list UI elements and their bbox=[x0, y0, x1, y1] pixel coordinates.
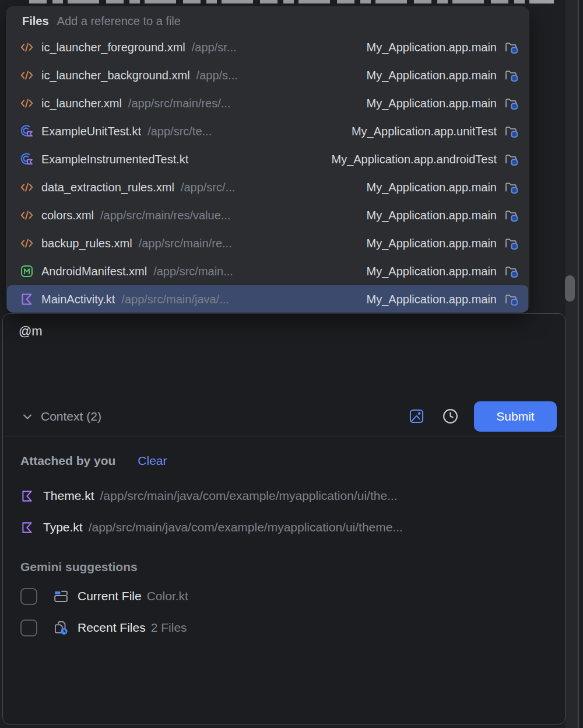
attach-image-button[interactable] bbox=[405, 405, 428, 428]
file-module: My_Application.app.main bbox=[367, 41, 497, 54]
file-type-icon bbox=[20, 124, 34, 138]
suggestion-icon bbox=[53, 589, 69, 604]
file-name: backup_rules.xml bbox=[41, 237, 132, 250]
file-reference-popup: Files Add a reference to a file ic_launc… bbox=[6, 6, 529, 313]
attachment-list: Theme.kt /app/src/main/java/com/example/… bbox=[20, 489, 547, 534]
chat-scrollbar-thumb[interactable] bbox=[565, 275, 575, 302]
file-module: My_Application.app.main bbox=[367, 97, 497, 110]
file-module: My_Application.app.main bbox=[367, 209, 497, 222]
file-name: colors.xml bbox=[41, 209, 94, 222]
module-folder-icon bbox=[504, 40, 519, 54]
file-module: My_Application.app.main bbox=[367, 69, 497, 82]
file-path: /app/src/main/res/value... bbox=[100, 209, 230, 222]
file-type-icon bbox=[20, 40, 34, 54]
attachment-name: Theme.kt bbox=[43, 489, 94, 503]
module-folder-icon bbox=[504, 124, 519, 138]
file-path: /app/src/main/re... bbox=[139, 237, 232, 250]
image-icon bbox=[409, 408, 424, 424]
chat-composer-panel: @m Context (2) Submit Attached by you Cl… bbox=[2, 313, 566, 724]
file-name: data_extraction_rules.xml bbox=[41, 181, 174, 194]
chat-scroll-gutter bbox=[566, 0, 583, 728]
context-toggle-label[interactable]: Context (2) bbox=[41, 410, 101, 424]
file-path: /app/src/main/java/... bbox=[121, 293, 229, 306]
module-folder-icon bbox=[504, 236, 519, 250]
suggestion-label: Current File bbox=[78, 589, 142, 603]
attachment-row[interactable]: Type.kt /app/src/main/java/com/example/m… bbox=[20, 520, 547, 534]
attachment-row[interactable]: Theme.kt /app/src/main/java/com/example/… bbox=[20, 489, 547, 503]
file-module: My_Application.app.androidTest bbox=[331, 153, 497, 166]
chevron-down-icon[interactable] bbox=[20, 410, 34, 424]
clipped-chat-text bbox=[29, 0, 554, 4]
file-name: ic_launcher_background.xml bbox=[41, 69, 190, 82]
module-folder-icon bbox=[504, 180, 519, 194]
suggestion-detail: Color.kt bbox=[147, 589, 188, 603]
file-row[interactable]: AndroidManifest.xml /app/src/main... My_… bbox=[7, 257, 528, 285]
file-type-icon bbox=[20, 292, 34, 306]
suggestion-label: Recent Files bbox=[78, 621, 146, 635]
file-row[interactable]: backup_rules.xml /app/src/main/re... My_… bbox=[7, 229, 528, 257]
suggestion-list: Current File Color.kt Recent Files 2 Fil… bbox=[20, 587, 547, 637]
module-folder-icon bbox=[504, 292, 519, 306]
file-name: MainActivity.kt bbox=[41, 293, 115, 306]
context-bar: Context (2) Submit bbox=[3, 397, 565, 436]
clock-icon bbox=[442, 408, 459, 425]
file-type-icon bbox=[20, 264, 34, 278]
file-module: My_Application.app.unitTest bbox=[352, 125, 497, 138]
file-row[interactable]: colors.xml /app/src/main/res/value... My… bbox=[7, 201, 528, 229]
file-type-icon bbox=[20, 208, 34, 222]
file-row[interactable]: ic_launcher.xml /app/src/main/res/... My… bbox=[7, 89, 528, 117]
attached-by-you-title: Attached by you bbox=[20, 454, 115, 468]
module-folder-icon bbox=[504, 152, 519, 166]
module-folder-icon bbox=[504, 68, 519, 82]
suggestion-detail: 2 Files bbox=[151, 621, 187, 635]
file-path: /app/src/... bbox=[181, 181, 235, 194]
popup-title: Files bbox=[22, 15, 49, 28]
attachment-name: Type.kt bbox=[43, 520, 83, 534]
prompt-input-value: @m bbox=[19, 324, 43, 338]
clear-attachments-link[interactable]: Clear bbox=[138, 454, 167, 468]
file-path: /app/src/main/res/... bbox=[128, 97, 231, 110]
prompt-input[interactable]: @m bbox=[3, 314, 565, 397]
kotlin-file-icon bbox=[20, 521, 34, 534]
file-row[interactable]: ExampleInstrumentedTest.kt My_Applicatio… bbox=[7, 145, 528, 173]
file-row[interactable]: MainActivity.kt /app/src/main/java/... M… bbox=[7, 285, 528, 313]
gemini-suggestions-title: Gemini suggestions bbox=[20, 560, 547, 574]
history-button[interactable] bbox=[438, 405, 462, 428]
popup-placeholder: Add a reference to a file bbox=[57, 15, 181, 28]
module-folder-icon bbox=[504, 264, 519, 278]
file-path: /app/s... bbox=[196, 69, 238, 82]
suggestion-checkbox[interactable] bbox=[20, 588, 37, 605]
file-row[interactable]: ic_launcher_background.xml /app/s... My_… bbox=[7, 61, 528, 89]
suggestion-icon bbox=[53, 620, 69, 636]
file-name: ExampleUnitTest.kt bbox=[41, 125, 141, 138]
attachment-path: /app/src/main/java/com/example/myapplica… bbox=[100, 489, 398, 503]
suggestion-row: Current File Color.kt bbox=[20, 587, 547, 606]
file-type-icon bbox=[20, 68, 34, 82]
file-path: /app/sr... bbox=[192, 41, 237, 54]
suggestion-checkbox[interactable] bbox=[20, 620, 37, 636]
file-type-icon bbox=[20, 96, 34, 110]
file-type-icon bbox=[20, 152, 34, 166]
attachment-path: /app/src/main/java/com/example/myapplica… bbox=[89, 520, 403, 534]
file-row[interactable]: ExampleUnitTest.kt /app/src/te... My_App… bbox=[7, 117, 528, 145]
file-list: ic_launcher_foreground.xml /app/sr... My… bbox=[6, 33, 529, 313]
file-name: ExampleInstrumentedTest.kt bbox=[41, 153, 188, 166]
file-module: My_Application.app.main bbox=[367, 293, 497, 306]
module-folder-icon bbox=[504, 96, 519, 110]
file-module: My_Application.app.main bbox=[367, 237, 497, 250]
submit-button[interactable]: Submit bbox=[474, 401, 557, 432]
file-module: My_Application.app.main bbox=[367, 181, 497, 194]
kotlin-file-icon bbox=[20, 489, 34, 503]
file-name: ic_launcher_foreground.xml bbox=[41, 41, 185, 54]
file-name: AndroidManifest.xml bbox=[41, 265, 147, 278]
context-content: Attached by you Clear Theme.kt /app/src/… bbox=[3, 436, 565, 724]
module-folder-icon bbox=[504, 208, 519, 222]
file-row[interactable]: data_extraction_rules.xml /app/src/... M… bbox=[7, 173, 528, 201]
file-path: /app/src/te... bbox=[147, 125, 212, 138]
file-row[interactable]: ic_launcher_foreground.xml /app/sr... My… bbox=[7, 33, 528, 61]
popup-header: Files Add a reference to a file bbox=[6, 6, 529, 33]
file-path: /app/src/main... bbox=[153, 265, 233, 278]
file-name: ic_launcher.xml bbox=[41, 97, 122, 110]
attached-header: Attached by you Clear bbox=[20, 454, 547, 468]
suggestion-row: Recent Files 2 Files bbox=[20, 618, 547, 637]
